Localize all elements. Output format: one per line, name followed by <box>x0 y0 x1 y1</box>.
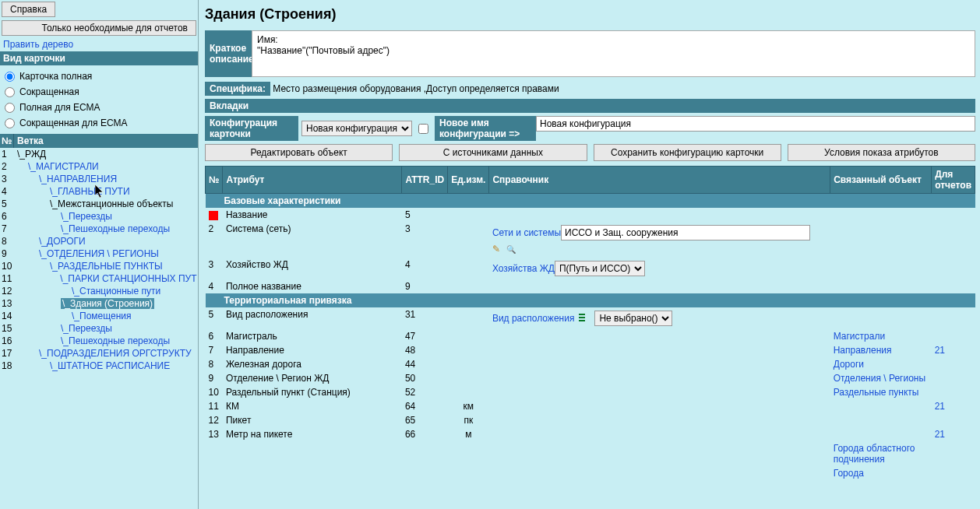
radio-short-esma[interactable] <box>5 118 15 128</box>
related-object-link[interactable]: Раздельные пункты <box>834 387 919 398</box>
tree-row[interactable]: 7\_Пешеходные переходы <box>0 223 198 235</box>
ref-link[interactable]: Вид расположения <box>492 313 575 324</box>
radio-short-card[interactable] <box>5 87 15 97</box>
table-row: 12Пикет65пк <box>206 413 975 427</box>
tree-row[interactable]: 13\_Здания (Строения) <box>0 297 198 310</box>
config-label: Конфигурация карточки <box>205 116 298 141</box>
radio-full-card[interactable] <box>5 72 15 82</box>
card-view-header: Вид карточки <box>0 51 198 65</box>
tree-row[interactable]: 18\_ШТАТНОЕ РАСПИСАНИЕ <box>0 360 198 372</box>
tree-row[interactable]: 3\_НАПРАВЛЕНИЯ <box>0 173 198 185</box>
tree-row[interactable]: 2\_МАГИСТРАЛИ <box>0 160 198 173</box>
config-checkbox[interactable] <box>418 124 428 134</box>
help-button[interactable]: Справка <box>2 2 55 17</box>
table-row: 2Система (сеть)3Сети и системы <box>206 222 975 258</box>
attr-table: № Атрибут ATTR_ID Ед.изм. Справочник Свя… <box>205 166 975 480</box>
tree-header: № Ветка <box>0 134 198 148</box>
spec-label: Специфика: <box>205 82 270 96</box>
related-object-link[interactable]: Города <box>834 468 864 479</box>
table-row: 4Полное название9 <box>206 279 975 293</box>
report-link[interactable]: 21 <box>935 401 945 412</box>
tree-row[interactable]: 11\_ПАРКИ СТАНЦИОННЫХ ПУТ <box>0 272 198 285</box>
save-config-button[interactable]: Сохранить конфигурацию карточки <box>594 144 781 161</box>
spec-text: Место размещения оборудования ,Доступ оп… <box>273 83 559 94</box>
table-row: 5Вид расположения31Вид расположенияНе вы… <box>206 307 975 329</box>
tree-row[interactable]: 4\_ГЛАВНЫЕ ПУТИ <box>0 185 198 198</box>
related-object-link[interactable]: Направления <box>834 345 892 356</box>
tree-row[interactable]: 1\_РЖД <box>0 148 198 160</box>
tree-row[interactable]: 17\_ПОДРАЗДЕЛЕНИЯ ОРГСТРУКТУ <box>0 347 198 360</box>
table-row: 11КМ64км21 <box>206 399 975 413</box>
report-link[interactable]: 21 <box>935 429 945 440</box>
ref-link[interactable]: Хозяйства ЖД <box>492 263 555 274</box>
ref-select[interactable]: П(Путь и ИССО) <box>555 261 645 276</box>
table-row: 9Отделение \ Регион ЖД50Отделения \ Реги… <box>206 371 975 385</box>
table-row: 13Метр на пикете66м21 <box>206 427 975 441</box>
tree-row[interactable]: 14\_Помещения <box>0 310 198 322</box>
tree-row[interactable]: 15\_Переезды <box>0 322 198 335</box>
page-title: Здания (Строения) <box>205 6 975 23</box>
related-object-link[interactable]: Отделения \ Регионы <box>834 373 925 384</box>
table-row: 3Хозяйство ЖД4Хозяйства ЖДП(Путь и ИССО) <box>206 258 975 279</box>
card-view-radios: Карточка полная Сокращенная Полная для Е… <box>0 65 198 134</box>
tree-row[interactable]: 5\_Межстанционные объекты <box>0 198 198 210</box>
search-icon[interactable] <box>506 244 517 254</box>
newname-label: Новое имя конфигурации => <box>435 116 536 141</box>
show-conditions-button[interactable]: Условия показа атрибутов <box>788 144 975 161</box>
ref-input[interactable] <box>561 225 810 240</box>
tree-row[interactable]: 6\_Переезды <box>0 210 198 223</box>
newname-input[interactable] <box>536 116 975 132</box>
tree-row[interactable]: 10\_РАЗДЕЛЬНЫЕ ПУНКТЫ <box>0 260 198 272</box>
required-marker <box>209 211 218 220</box>
table-row: 10Раздельный пункт (Станция)52Раздельные… <box>206 385 975 399</box>
tree-row[interactable]: 9\_ОТДЕЛЕНИЯ \ РЕГИОНЫ <box>0 247 198 260</box>
edit-tree-link[interactable]: Править дерево <box>3 39 73 50</box>
table-row: Города <box>206 466 975 480</box>
radio-full-esma[interactable] <box>5 103 15 113</box>
tree: 1\_РЖД2\_МАГИСТРАЛИ3\_НАПРАВЛЕНИЯ4\_ГЛАВ… <box>0 148 198 372</box>
ref-link[interactable]: Сети и системы <box>492 227 561 238</box>
table-row: Города областного подчинения <box>206 441 975 466</box>
tree-row[interactable]: 16\_Пешеходные переходы <box>0 335 198 347</box>
tabs-bar: Вкладки <box>205 99 975 113</box>
ref-select[interactable]: Не выбрано() <box>594 311 672 326</box>
edit-object-button[interactable]: Редактировать объект <box>205 144 393 161</box>
tree-row[interactable]: 8\_ДОРОГИ <box>0 235 198 247</box>
tree-icon[interactable] <box>579 312 590 321</box>
related-object-link[interactable]: Города областного подчинения <box>834 443 915 465</box>
brief-label: Краткое описание <box>205 30 252 77</box>
config-select[interactable]: Новая конфигурация <box>301 121 412 136</box>
brief-body: Имя: "Название"("Почтовый адрес") <box>252 30 975 77</box>
edit-icon[interactable] <box>492 244 503 254</box>
table-row: 7Направление48Направления21 <box>206 343 975 357</box>
table-row: 6Магистраль47Магистрали <box>206 329 975 343</box>
report-link[interactable]: 21 <box>935 345 945 356</box>
table-row: Название5 <box>206 208 975 222</box>
related-object-link[interactable]: Магистрали <box>834 331 885 342</box>
tree-row[interactable]: 12\_Станционные пути <box>0 285 198 297</box>
sources-button[interactable]: С источниками данных <box>399 144 587 161</box>
related-object-link[interactable]: Дороги <box>834 359 864 370</box>
only-needed-button[interactable]: Только необходимые для отчетов <box>2 20 196 36</box>
table-row: 8Железная дорога44Дороги <box>206 357 975 371</box>
